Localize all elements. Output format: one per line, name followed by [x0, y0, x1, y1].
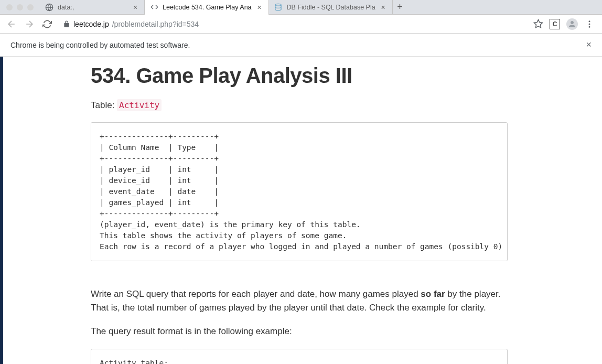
svg-point-5: [589, 26, 590, 27]
url-input[interactable]: leetcode.jp/problemdetail.php?id=534: [58, 17, 530, 31]
svg-point-4: [589, 23, 590, 25]
lock-icon: [63, 20, 70, 28]
tab-title: Leetcode 534. Game Play Ana: [163, 4, 252, 11]
extension-c-icon[interactable]: C: [550, 19, 560, 29]
browser-tab-1[interactable]: Leetcode 534. Game Play Ana ×: [145, 0, 269, 15]
kebab-menu-icon[interactable]: [584, 19, 595, 29]
table-name: Activity: [117, 99, 162, 111]
close-icon[interactable]: ×: [586, 39, 592, 50]
svg-point-1: [275, 4, 281, 6]
info-bar-text: Chrome is being controlled by automated …: [10, 41, 190, 49]
back-button[interactable]: [4, 17, 19, 31]
star-icon[interactable]: [533, 19, 543, 29]
table-label: Table:: [91, 100, 117, 110]
address-bar: leetcode.jp/problemdetail.php?id=534 C: [0, 15, 602, 34]
close-icon[interactable]: ×: [132, 4, 139, 11]
page-content: 534. Game Play Analysis III Table: Activ…: [0, 57, 602, 364]
window-minimize-icon[interactable]: [17, 4, 23, 10]
paragraph-2: The query result format is in the follow…: [91, 325, 508, 338]
forward-button[interactable]: [22, 17, 37, 31]
window-maximize-icon[interactable]: [27, 4, 34, 10]
svg-point-3: [589, 20, 590, 22]
url-path: /problemdetail.php?id=534: [112, 20, 199, 28]
tab-title: data:,: [58, 4, 127, 11]
toolbar-right: C: [533, 18, 598, 30]
tab-bar: data:, × Leetcode 534. Game Play Ana × D…: [0, 0, 602, 15]
close-icon[interactable]: ×: [256, 4, 263, 11]
scrollbar-strip: [0, 57, 3, 364]
window-close-icon[interactable]: [6, 4, 13, 10]
database-icon: [274, 3, 283, 12]
profile-avatar[interactable]: [566, 18, 578, 30]
code-icon: [150, 3, 158, 12]
svg-marker-2: [534, 20, 542, 28]
window-controls: [0, 4, 40, 10]
page-title: 534. Game Play Analysis III: [91, 64, 508, 88]
globe-icon: [45, 3, 53, 12]
url-host: leetcode.jp: [73, 20, 109, 28]
new-tab-button[interactable]: +: [393, 0, 407, 15]
close-icon[interactable]: ×: [380, 4, 387, 11]
tab-title: DB Fiddle - SQL Database Pla: [287, 4, 375, 11]
schema-block[interactable]: +--------------+---------+ | Column Name…: [91, 122, 508, 261]
emphasis: so far: [421, 289, 445, 299]
reload-button[interactable]: [40, 17, 55, 31]
browser-tab-2[interactable]: DB Fiddle - SQL Database Pla ×: [269, 0, 393, 15]
paragraph-1: Write an SQL query that reports for each…: [91, 287, 508, 314]
table-line: Table: Activity: [91, 100, 508, 111]
example-block[interactable]: Activity table: +-----------+-----------…: [91, 349, 508, 364]
automation-info-bar: Chrome is being controlled by automated …: [0, 34, 602, 57]
browser-tab-0[interactable]: data:, ×: [40, 0, 145, 15]
